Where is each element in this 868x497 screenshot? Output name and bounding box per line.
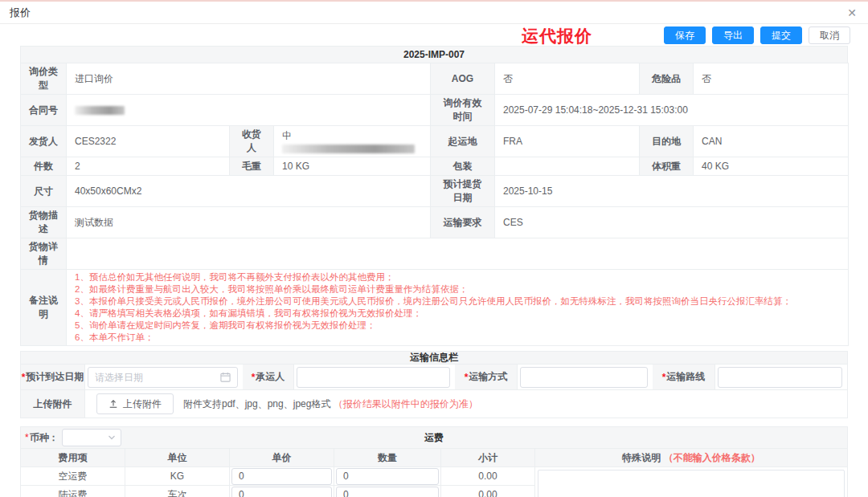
table-row: 尺寸 40x50x60CMx2 预计提货日期 2025-10-15	[21, 176, 849, 207]
contract-no-label: 合同号	[21, 95, 67, 126]
mode-label: *运输方式	[455, 365, 518, 390]
export-button[interactable]: 导出	[712, 26, 754, 44]
upload-icon	[108, 399, 118, 409]
eta-date-picker[interactable]	[88, 367, 238, 388]
gross-weight-label: 毛重	[230, 157, 274, 176]
cargo-desc-label: 货物描述	[21, 207, 67, 238]
carrier-field-cell	[294, 365, 455, 390]
pickup-date-value: 2025-10-15	[495, 176, 849, 207]
dangerous-goods-value: 否	[694, 63, 849, 95]
consignee-label: 收货人	[230, 126, 274, 157]
carrier-input[interactable]	[304, 372, 443, 383]
transport-section: *预计到达日期 *承运人 *运输方式	[20, 365, 848, 418]
currency-field: * 币种：	[25, 429, 121, 446]
consignee-visible-text: 中	[282, 130, 292, 141]
currency-select[interactable]	[62, 429, 121, 446]
remark-line: 3、本报价单只接受美元或人民币报价，境外注册公司可使用美元或人民币报价，境内注册…	[75, 295, 840, 308]
remark-line: 2、如最终计费重量与航司出入较大，我司将按照单价乘以最终航司运单计费重量作为结算…	[75, 283, 840, 295]
fee-table: 费用项 单位 单价 数量 小计 特殊说明 （不能输入价格条款） 空运费 KG 0…	[21, 449, 847, 497]
cargo-detail-value	[67, 238, 849, 270]
carrier-label: *承运人	[243, 365, 294, 390]
eta-label: *预计到达日期	[21, 365, 85, 390]
remark-line: 6、本单不作订单；	[75, 332, 840, 344]
table-row: 货物详情	[21, 238, 849, 270]
freight-section-title: 运费	[21, 431, 847, 445]
table-row: 货物描述 测试数据 运输要求 CES	[21, 207, 849, 238]
upload-row: 上传附件 上传附件 附件支持pdf、jpg、png、jpeg格式 （报价结果以附…	[21, 390, 847, 418]
required-mark: *	[662, 372, 666, 383]
freight-band: 运费 * 币种：	[21, 427, 847, 449]
upload-hint-warning: （报价结果以附件中的报价为准）	[334, 398, 478, 409]
eta-field-cell	[85, 365, 243, 390]
fee-price-header: 单价	[230, 449, 334, 467]
fee-subtotal-header: 小计	[441, 449, 535, 467]
redacted-text	[75, 106, 125, 115]
validity-label: 询价有效时间	[431, 95, 495, 126]
shipper-value: CES2322	[67, 126, 230, 157]
close-icon[interactable]: ✕	[847, 7, 857, 18]
destination-value: CAN	[694, 126, 849, 157]
upload-field-cell: 上传附件 附件支持pdf、jpg、png、jpeg格式 （报价结果以附件中的报价…	[85, 390, 847, 418]
mode-input[interactable]	[527, 372, 641, 383]
volume-weight-label: 体积重	[640, 157, 694, 176]
validity-value: 2025-07-29 15:04:18~2025-12-31 15:03:00	[495, 95, 849, 126]
route-label: *运输路线	[653, 365, 715, 390]
remarks-value: 1、预估总价如无其他任何说明，我司将不再额外支付报价表以外的其他费用； 2、如最…	[67, 270, 849, 346]
fee-item-header: 费用项	[21, 449, 125, 467]
pieces-value: 2	[67, 157, 230, 176]
carrier-input-box[interactable]	[297, 367, 450, 388]
eta-date-input[interactable]	[95, 372, 220, 383]
fee-price-input-cell	[230, 467, 334, 486]
required-mark: *	[252, 372, 256, 383]
table-row: 合同号 询价有效时间 2025-07-29 15:04:18~2025-12-3…	[21, 95, 849, 126]
mode-input-box[interactable]	[520, 367, 648, 388]
dimensions-label: 尺寸	[21, 176, 67, 207]
fee-subtotal: 0.00	[441, 486, 535, 497]
upload-attachment-button[interactable]: 上传附件	[96, 393, 174, 414]
contract-no-value	[67, 95, 431, 126]
route-input[interactable]	[725, 372, 835, 383]
quote-reference: 2025-IMP-007	[403, 49, 465, 60]
origin-label: 起运地	[431, 126, 495, 157]
required-mark: *	[22, 372, 26, 383]
route-input-box[interactable]	[718, 367, 842, 388]
special-note-cell	[535, 467, 847, 497]
special-note-textarea[interactable]	[538, 470, 845, 497]
cancel-button[interactable]: 取消	[809, 26, 850, 44]
fee-qty-input[interactable]	[336, 468, 439, 485]
table-row: 备注说明 1、预估总价如无其他任何说明，我司将不再额外支付报价表以外的其他费用；…	[21, 270, 849, 346]
origin-value: FRA	[495, 126, 640, 157]
shipper-label: 发货人	[21, 126, 67, 157]
packing-value	[495, 157, 640, 176]
submit-button[interactable]: 提交	[760, 26, 802, 44]
aog-label: AOG	[431, 63, 495, 95]
table-row: 件数 2 毛重 10 KG 包装 体积重 40 KG	[21, 157, 849, 176]
remark-line: 5、询价单请在规定时间内答复，逾期我司有权将报价视为无效报价处理；	[75, 320, 840, 332]
fee-qty-input[interactable]	[336, 487, 439, 497]
required-mark: *	[25, 432, 29, 443]
remarks-label: 备注说明	[21, 270, 67, 346]
dimensions-value: 40x50x60CMx2	[67, 176, 431, 207]
required-mark: *	[465, 372, 469, 383]
inquiry-type-label: 询价类型	[21, 63, 67, 95]
mode-field-cell	[518, 365, 653, 390]
modal-title: 报价	[10, 6, 31, 20]
fee-qty-input-cell	[334, 486, 441, 497]
fee-unit: 车次	[125, 486, 230, 497]
gross-weight-value: 10 KG	[274, 157, 431, 176]
fee-qty-input-cell	[334, 467, 441, 486]
cargo-desc-value: 测试数据	[67, 207, 431, 238]
route-field-cell	[715, 365, 847, 390]
save-button[interactable]: 保存	[664, 26, 706, 44]
transport-fields-row: *预计到达日期 *承运人 *运输方式	[21, 365, 847, 390]
fee-price-input[interactable]	[231, 487, 332, 497]
page-title: 运代报价	[522, 25, 592, 47]
fee-price-input[interactable]	[231, 468, 332, 485]
chevron-down-icon	[108, 434, 116, 442]
quote-reference-band: 2025-IMP-007	[20, 46, 848, 63]
table-row: 发货人 CES2322 收货人 中 起运地 FRA 目的地 CAN	[21, 126, 849, 157]
calendar-icon[interactable]	[220, 372, 231, 382]
transport-section-band: 运输信息栏	[20, 351, 848, 365]
freight-section: 运费 * 币种： 费用项 单位 单价 数量 小计 特殊说明 （不能输入价格条款）…	[20, 426, 848, 497]
volume-weight-value: 40 KG	[694, 157, 849, 176]
